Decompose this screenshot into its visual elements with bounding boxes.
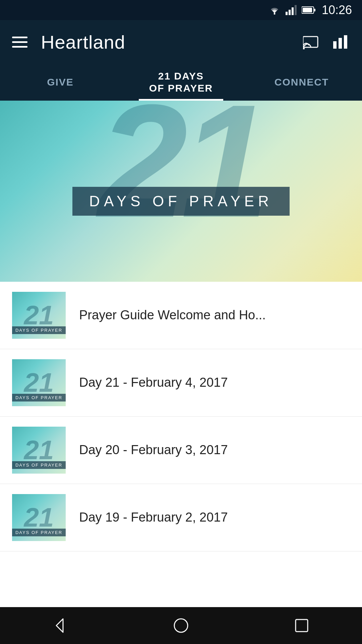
app-header: Heartland xyxy=(0,20,362,64)
banner-text: DAYS OF PRAYER xyxy=(89,193,273,209)
item-title: Day 21 - February 4, 2017 xyxy=(79,374,228,391)
svg-rect-12 xyxy=(344,35,347,49)
list-item[interactable]: 21 DAYS OF PRAYER Prayer Guide Welcome a… xyxy=(0,282,362,349)
svg-rect-2 xyxy=(289,10,291,15)
status-icons xyxy=(268,5,316,15)
item-thumbnail: 21 DAYS OF PRAYER xyxy=(12,494,66,541)
svg-point-14 xyxy=(174,619,188,632)
svg-rect-4 xyxy=(295,5,297,15)
wifi-icon xyxy=(268,5,281,15)
item-title: Prayer Guide Welcome and Ho... xyxy=(79,307,266,323)
banner-number: 21 xyxy=(98,101,264,241)
tab-21days-label: 21 DAYSOF PRAYER xyxy=(149,70,213,94)
hero-banner: 21 DAYS OF PRAYER xyxy=(0,101,362,282)
status-bar: 10:26 xyxy=(0,0,362,20)
chart-icon[interactable] xyxy=(333,35,350,49)
battery-icon xyxy=(302,6,316,14)
home-button[interactable] xyxy=(168,612,194,639)
header-left: Heartland xyxy=(12,31,125,53)
back-button[interactable] xyxy=(47,612,74,639)
item-thumbnail: 21 DAYS OF PRAYER xyxy=(12,359,66,406)
banner-text-box: DAYS OF PRAYER xyxy=(72,187,290,216)
svg-rect-6 xyxy=(314,9,315,11)
tab-give-label: GIVE xyxy=(47,76,74,88)
svg-point-0 xyxy=(274,13,275,15)
tab-bar: GIVE 21 DAYSOF PRAYER CONNECT xyxy=(0,64,362,101)
tab-connect[interactable]: CONNECT xyxy=(241,64,362,101)
list-item[interactable]: 21 DAYS OF PRAYER Day 19 - February 2, 2… xyxy=(0,484,362,551)
tab-give[interactable]: GIVE xyxy=(0,64,121,101)
item-thumbnail: 21 DAYS OF PRAYER xyxy=(12,292,66,339)
item-title: Day 20 - February 3, 2017 xyxy=(79,442,228,458)
signal-icon xyxy=(286,5,297,15)
item-title: Day 19 - February 2, 2017 xyxy=(79,509,228,526)
status-time: 10:26 xyxy=(322,3,352,17)
svg-marker-13 xyxy=(56,619,63,632)
cast-icon[interactable] xyxy=(303,35,320,49)
item-thumbnail: 21 DAYS OF PRAYER xyxy=(12,427,66,474)
menu-icon[interactable] xyxy=(12,37,27,48)
svg-rect-1 xyxy=(286,12,288,15)
list-item[interactable]: 21 DAYS OF PRAYER Day 21 - February 4, 2… xyxy=(0,349,362,417)
svg-rect-3 xyxy=(292,7,294,15)
svg-rect-15 xyxy=(296,620,308,632)
content-list: 21 DAYS OF PRAYER Prayer Guide Welcome a… xyxy=(0,282,362,607)
svg-rect-11 xyxy=(339,38,342,49)
tab-connect-label: CONNECT xyxy=(275,76,329,88)
svg-point-9 xyxy=(303,48,305,49)
header-right xyxy=(303,35,350,49)
app-title: Heartland xyxy=(41,31,125,53)
recents-button[interactable] xyxy=(288,612,315,639)
svg-rect-7 xyxy=(303,8,312,12)
bottom-navigation xyxy=(0,607,362,644)
svg-rect-10 xyxy=(333,41,337,49)
tab-21days[interactable]: 21 DAYSOF PRAYER xyxy=(121,64,241,101)
list-item[interactable]: 21 DAYS OF PRAYER Day 20 - February 3, 2… xyxy=(0,417,362,484)
